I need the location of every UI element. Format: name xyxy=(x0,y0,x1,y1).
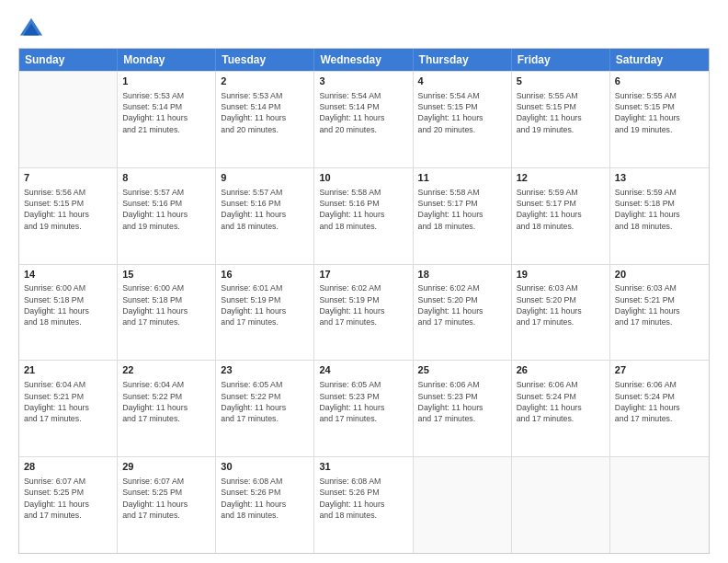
day-info: Sunrise: 6:07 AM Sunset: 5:25 PM Dayligh… xyxy=(122,476,210,521)
cal-cell: 15Sunrise: 6:00 AM Sunset: 5:18 PM Dayli… xyxy=(118,265,216,361)
cal-cell: 26Sunrise: 6:06 AM Sunset: 5:24 PM Dayli… xyxy=(512,361,610,456)
cal-cell: 29Sunrise: 6:07 AM Sunset: 5:25 PM Dayli… xyxy=(118,457,216,553)
day-info: Sunrise: 6:06 AM Sunset: 5:24 PM Dayligh… xyxy=(615,379,704,424)
day-number: 1 xyxy=(122,75,210,88)
day-info: Sunrise: 5:56 AM Sunset: 5:15 PM Dayligh… xyxy=(24,187,112,232)
day-info: Sunrise: 6:01 AM Sunset: 5:19 PM Dayligh… xyxy=(221,282,309,327)
day-number: 11 xyxy=(418,171,506,185)
cal-cell: 21Sunrise: 6:04 AM Sunset: 5:21 PM Dayli… xyxy=(19,361,118,456)
header xyxy=(18,17,710,42)
day-info: Sunrise: 5:57 AM Sunset: 5:16 PM Dayligh… xyxy=(122,187,210,232)
day-number: 23 xyxy=(221,363,309,377)
day-number: 26 xyxy=(517,363,605,377)
week-row-4: 28Sunrise: 6:07 AM Sunset: 5:25 PM Dayli… xyxy=(19,456,709,553)
cal-cell: 22Sunrise: 6:04 AM Sunset: 5:22 PM Dayli… xyxy=(118,361,216,456)
day-number: 17 xyxy=(319,268,407,282)
day-info: Sunrise: 5:53 AM Sunset: 5:14 PM Dayligh… xyxy=(122,90,210,135)
cal-cell: 10Sunrise: 5:58 AM Sunset: 5:16 PM Dayli… xyxy=(314,168,413,264)
day-info: Sunrise: 6:06 AM Sunset: 5:23 PM Dayligh… xyxy=(418,379,506,424)
day-number: 20 xyxy=(615,268,704,282)
header-day-tuesday: Tuesday xyxy=(216,49,314,71)
day-number: 2 xyxy=(221,75,309,88)
day-info: Sunrise: 6:06 AM Sunset: 5:24 PM Dayligh… xyxy=(517,379,605,424)
cal-cell xyxy=(610,457,709,553)
cal-cell: 4Sunrise: 5:54 AM Sunset: 5:15 PM Daylig… xyxy=(414,72,512,167)
cal-cell: 30Sunrise: 6:08 AM Sunset: 5:26 PM Dayli… xyxy=(216,457,314,553)
header-day-friday: Friday xyxy=(512,49,610,71)
cal-cell: 13Sunrise: 5:59 AM Sunset: 5:18 PM Dayli… xyxy=(610,168,709,264)
day-number: 19 xyxy=(517,268,605,282)
cal-cell: 5Sunrise: 5:55 AM Sunset: 5:15 PM Daylig… xyxy=(512,72,610,167)
day-number: 6 xyxy=(615,75,704,88)
cal-cell: 8Sunrise: 5:57 AM Sunset: 5:16 PM Daylig… xyxy=(118,168,216,264)
header-day-sunday: Sunday xyxy=(19,49,118,71)
day-info: Sunrise: 6:03 AM Sunset: 5:20 PM Dayligh… xyxy=(517,282,605,327)
calendar-header: SundayMondayTuesdayWednesdayThursdayFrid… xyxy=(19,49,709,71)
cal-cell: 25Sunrise: 6:06 AM Sunset: 5:23 PM Dayli… xyxy=(414,361,512,456)
day-info: Sunrise: 6:02 AM Sunset: 5:20 PM Dayligh… xyxy=(418,282,506,327)
header-day-thursday: Thursday xyxy=(414,49,512,71)
day-info: Sunrise: 6:02 AM Sunset: 5:19 PM Dayligh… xyxy=(319,282,407,327)
day-info: Sunrise: 5:53 AM Sunset: 5:14 PM Dayligh… xyxy=(221,90,309,135)
cal-cell: 27Sunrise: 6:06 AM Sunset: 5:24 PM Dayli… xyxy=(610,361,709,456)
cal-cell: 12Sunrise: 5:59 AM Sunset: 5:17 PM Dayli… xyxy=(512,168,610,264)
day-number: 21 xyxy=(24,363,112,377)
day-info: Sunrise: 5:55 AM Sunset: 5:15 PM Dayligh… xyxy=(517,90,605,135)
cal-cell: 23Sunrise: 6:05 AM Sunset: 5:22 PM Dayli… xyxy=(216,361,314,456)
day-info: Sunrise: 5:58 AM Sunset: 5:17 PM Dayligh… xyxy=(418,187,506,232)
cal-cell: 3Sunrise: 5:54 AM Sunset: 5:14 PM Daylig… xyxy=(314,72,413,167)
day-info: Sunrise: 6:00 AM Sunset: 5:18 PM Dayligh… xyxy=(24,282,112,327)
day-info: Sunrise: 5:55 AM Sunset: 5:15 PM Dayligh… xyxy=(615,90,704,135)
cal-cell: 24Sunrise: 6:05 AM Sunset: 5:23 PM Dayli… xyxy=(314,361,413,456)
day-number: 7 xyxy=(24,171,112,185)
day-info: Sunrise: 6:04 AM Sunset: 5:21 PM Dayligh… xyxy=(24,379,112,424)
day-number: 12 xyxy=(517,171,605,185)
calendar: SundayMondayTuesdayWednesdayThursdayFrid… xyxy=(18,48,710,554)
day-number: 25 xyxy=(418,363,506,377)
header-day-saturday: Saturday xyxy=(610,49,709,71)
day-number: 5 xyxy=(517,75,605,88)
week-row-0: 1Sunrise: 5:53 AM Sunset: 5:14 PM Daylig… xyxy=(19,71,709,167)
day-info: Sunrise: 5:59 AM Sunset: 5:17 PM Dayligh… xyxy=(517,187,605,232)
header-day-monday: Monday xyxy=(118,49,216,71)
day-info: Sunrise: 6:05 AM Sunset: 5:23 PM Dayligh… xyxy=(319,379,407,424)
day-number: 30 xyxy=(221,460,309,474)
cal-cell xyxy=(414,457,512,553)
day-info: Sunrise: 5:54 AM Sunset: 5:14 PM Dayligh… xyxy=(319,90,407,135)
cal-cell: 1Sunrise: 5:53 AM Sunset: 5:14 PM Daylig… xyxy=(118,72,216,167)
day-number: 27 xyxy=(615,363,704,377)
cal-cell: 17Sunrise: 6:02 AM Sunset: 5:19 PM Dayli… xyxy=(314,265,413,361)
cal-cell: 2Sunrise: 5:53 AM Sunset: 5:14 PM Daylig… xyxy=(216,72,314,167)
cal-cell: 9Sunrise: 5:57 AM Sunset: 5:16 PM Daylig… xyxy=(216,168,314,264)
day-number: 4 xyxy=(418,75,506,88)
day-info: Sunrise: 6:04 AM Sunset: 5:22 PM Dayligh… xyxy=(122,379,210,424)
logo xyxy=(18,17,48,42)
page: SundayMondayTuesdayWednesdayThursdayFrid… xyxy=(0,0,728,563)
day-number: 8 xyxy=(122,171,210,185)
day-info: Sunrise: 6:00 AM Sunset: 5:18 PM Dayligh… xyxy=(122,282,210,327)
day-info: Sunrise: 5:59 AM Sunset: 5:18 PM Dayligh… xyxy=(615,187,704,232)
cal-cell: 28Sunrise: 6:07 AM Sunset: 5:25 PM Dayli… xyxy=(19,457,118,553)
cal-cell: 18Sunrise: 6:02 AM Sunset: 5:20 PM Dayli… xyxy=(414,265,512,361)
cal-cell: 20Sunrise: 6:03 AM Sunset: 5:21 PM Dayli… xyxy=(610,265,709,361)
day-number: 14 xyxy=(24,268,112,282)
week-row-2: 14Sunrise: 6:00 AM Sunset: 5:18 PM Dayli… xyxy=(19,264,709,361)
day-info: Sunrise: 5:57 AM Sunset: 5:16 PM Dayligh… xyxy=(221,187,309,232)
day-number: 3 xyxy=(319,75,407,88)
day-number: 13 xyxy=(615,171,704,185)
logo-icon xyxy=(18,17,44,42)
day-number: 16 xyxy=(221,268,309,282)
day-number: 18 xyxy=(418,268,506,282)
header-day-wednesday: Wednesday xyxy=(314,49,413,71)
cal-cell: 19Sunrise: 6:03 AM Sunset: 5:20 PM Dayli… xyxy=(512,265,610,361)
cal-cell: 14Sunrise: 6:00 AM Sunset: 5:18 PM Dayli… xyxy=(19,265,118,361)
cal-cell: 31Sunrise: 6:08 AM Sunset: 5:26 PM Dayli… xyxy=(314,457,413,553)
calendar-body: 1Sunrise: 5:53 AM Sunset: 5:14 PM Daylig… xyxy=(19,71,709,553)
day-info: Sunrise: 5:54 AM Sunset: 5:15 PM Dayligh… xyxy=(418,90,506,135)
cal-cell: 7Sunrise: 5:56 AM Sunset: 5:15 PM Daylig… xyxy=(19,168,118,264)
cal-cell xyxy=(19,72,118,167)
day-number: 31 xyxy=(319,460,407,474)
day-number: 10 xyxy=(319,171,407,185)
day-number: 9 xyxy=(221,171,309,185)
day-info: Sunrise: 5:58 AM Sunset: 5:16 PM Dayligh… xyxy=(319,187,407,232)
